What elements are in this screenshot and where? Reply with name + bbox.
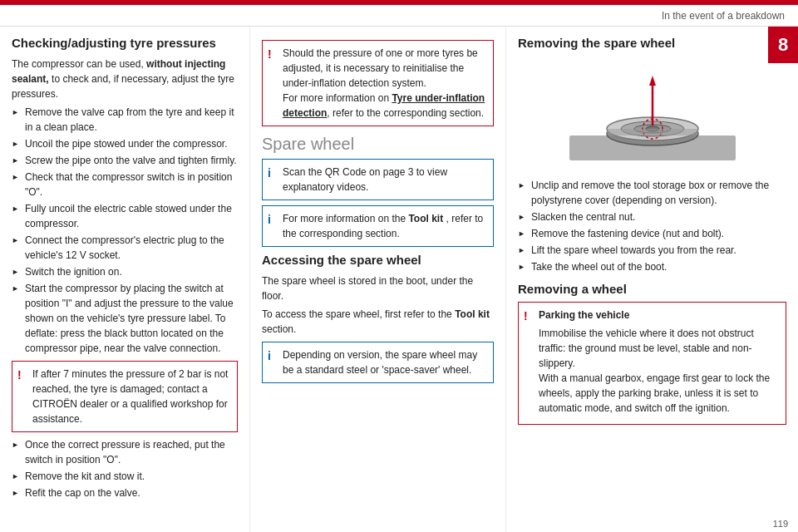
bullet-3: Screw the pipe onto the valve and tighte… [12,153,238,168]
right-bullet-2: Slacken the central nut. [518,209,786,224]
accessing-title: Accessing the spare wheel [262,252,494,268]
wheel-diagram-svg [561,61,744,169]
middle-column: ! Should the pressure of one or more tyr… [249,27,505,532]
left-column: Checking/adjusting tyre pressures The co… [0,27,249,532]
warning-reinitialise: Should the pressure of one or more tyres… [283,47,485,119]
bullet-2: Uncoil the pipe stowed under the compres… [12,136,238,151]
info-box-qr: i Scan the QR Code on page 3 to view exp… [262,159,494,200]
accessing-p1: The spare wheel is stored in the boot, u… [262,273,494,303]
info-icon-3: i [268,347,271,365]
spare-wheel-title: Spare wheel [262,135,494,154]
bullet-6: Connect the compressor's electric plug t… [12,233,238,263]
header-title: In the event of a breakdown [662,10,785,22]
info-icon-1: i [268,165,271,182]
svg-rect-9 [607,129,698,135]
bullet-8: Start the compressor by placing the swit… [12,281,238,356]
right-bullet-1: Unclip and remove the tool storage box o… [518,178,786,208]
bullet-9: Once the correct pressure is reached, pu… [12,437,238,467]
warning-icon-right: ! [524,308,528,325]
warning-parking-text: Immobilise the vehicle where it does not… [539,326,779,416]
right-column: Removing the spare wheel Uncli [505,27,798,532]
right-bullet-3: Remove the fastening device (nut and bol… [518,226,786,241]
warning-icon: ! [17,367,22,384]
bullet-5: Fully uncoil the electric cable stowed u… [12,201,238,231]
removing-wheel-title: Removing a wheel [518,281,786,298]
left-heading: Checking/adjusting tyre pressures [12,35,238,52]
info-icon-2: i [268,211,271,229]
intro-paragraph: The compressor can be used, without inje… [12,57,238,101]
right-bullet-4: Lift the spare wheel towards you from th… [518,243,786,258]
info-box-toolkit: i For more information on the Tool kit ,… [262,205,494,247]
warning-box-left: ! If after 7 minutes the pressure of 2 b… [12,361,238,432]
info-box-spacesaver: i Depending on version, the spare wheel … [262,342,494,383]
warning-box-parking: ! Parking the vehicle Immobilise the veh… [518,302,786,425]
bullet-7: Switch the ignition on. [12,264,238,279]
header: In the event of a breakdown [0,5,798,27]
removing-spare-title: Removing the spare wheel [518,35,786,52]
bullet-11: Refit the cap on the valve. [12,485,238,500]
page-number: 119 [773,519,788,529]
bullet-1: Remove the valve cap from the tyre and k… [12,105,238,135]
main-content: Checking/adjusting tyre pressures The co… [0,27,798,532]
right-bullet-5: Take the wheel out of the boot. [518,259,786,274]
wheel-diagram-area [518,57,786,173]
bullet-10: Remove the kit and stow it. [12,469,238,484]
bullet-4: Check that the compressor switch is in p… [12,170,238,200]
accessing-p2: To access the spare wheel, first refer t… [262,307,494,337]
svg-marker-7 [649,76,656,86]
warning-icon-mid: ! [268,46,272,63]
warning-box-mid-top: ! Should the pressure of one or more tyr… [262,40,494,126]
